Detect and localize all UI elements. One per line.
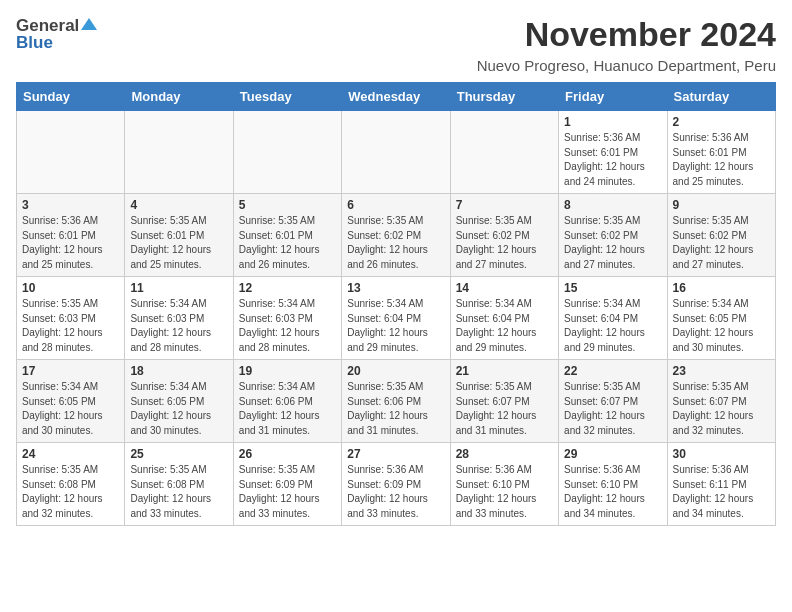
logo: General Blue — [16, 16, 97, 53]
day-number: 29 — [564, 447, 661, 461]
calendar-cell — [125, 111, 233, 194]
day-number: 10 — [22, 281, 119, 295]
calendar-week-row: 17Sunrise: 5:34 AM Sunset: 6:05 PM Dayli… — [17, 360, 776, 443]
day-info: Sunrise: 5:35 AM Sunset: 6:02 PM Dayligh… — [456, 214, 553, 272]
day-number: 18 — [130, 364, 227, 378]
calendar-cell: 6Sunrise: 5:35 AM Sunset: 6:02 PM Daylig… — [342, 194, 450, 277]
day-info: Sunrise: 5:35 AM Sunset: 6:01 PM Dayligh… — [130, 214, 227, 272]
day-number: 9 — [673, 198, 770, 212]
svg-marker-0 — [81, 18, 97, 30]
day-info: Sunrise: 5:35 AM Sunset: 6:02 PM Dayligh… — [673, 214, 770, 272]
day-info: Sunrise: 5:35 AM Sunset: 6:09 PM Dayligh… — [239, 463, 336, 521]
calendar-cell: 4Sunrise: 5:35 AM Sunset: 6:01 PM Daylig… — [125, 194, 233, 277]
day-info: Sunrise: 5:34 AM Sunset: 6:05 PM Dayligh… — [130, 380, 227, 438]
day-number: 5 — [239, 198, 336, 212]
day-info: Sunrise: 5:36 AM Sunset: 6:11 PM Dayligh… — [673, 463, 770, 521]
calendar-cell: 20Sunrise: 5:35 AM Sunset: 6:06 PM Dayli… — [342, 360, 450, 443]
calendar-cell: 22Sunrise: 5:35 AM Sunset: 6:07 PM Dayli… — [559, 360, 667, 443]
day-info: Sunrise: 5:36 AM Sunset: 6:10 PM Dayligh… — [564, 463, 661, 521]
day-number: 2 — [673, 115, 770, 129]
logo-icon — [81, 16, 97, 36]
month-title: November 2024 — [477, 16, 776, 53]
calendar-cell: 19Sunrise: 5:34 AM Sunset: 6:06 PM Dayli… — [233, 360, 341, 443]
calendar-cell: 10Sunrise: 5:35 AM Sunset: 6:03 PM Dayli… — [17, 277, 125, 360]
calendar-cell: 28Sunrise: 5:36 AM Sunset: 6:10 PM Dayli… — [450, 443, 558, 526]
day-info: Sunrise: 5:34 AM Sunset: 6:06 PM Dayligh… — [239, 380, 336, 438]
day-info: Sunrise: 5:34 AM Sunset: 6:03 PM Dayligh… — [239, 297, 336, 355]
calendar-cell — [450, 111, 558, 194]
col-header-thursday: Thursday — [450, 83, 558, 111]
day-number: 27 — [347, 447, 444, 461]
day-info: Sunrise: 5:35 AM Sunset: 6:03 PM Dayligh… — [22, 297, 119, 355]
day-number: 20 — [347, 364, 444, 378]
calendar-cell: 13Sunrise: 5:34 AM Sunset: 6:04 PM Dayli… — [342, 277, 450, 360]
calendar-cell: 16Sunrise: 5:34 AM Sunset: 6:05 PM Dayli… — [667, 277, 775, 360]
col-header-sunday: Sunday — [17, 83, 125, 111]
day-number: 16 — [673, 281, 770, 295]
day-info: Sunrise: 5:35 AM Sunset: 6:06 PM Dayligh… — [347, 380, 444, 438]
calendar-cell: 3Sunrise: 5:36 AM Sunset: 6:01 PM Daylig… — [17, 194, 125, 277]
calendar-cell: 5Sunrise: 5:35 AM Sunset: 6:01 PM Daylig… — [233, 194, 341, 277]
day-number: 19 — [239, 364, 336, 378]
calendar-cell — [342, 111, 450, 194]
day-number: 3 — [22, 198, 119, 212]
day-number: 11 — [130, 281, 227, 295]
day-number: 4 — [130, 198, 227, 212]
calendar-table: SundayMondayTuesdayWednesdayThursdayFrid… — [16, 82, 776, 526]
day-number: 7 — [456, 198, 553, 212]
calendar-cell: 30Sunrise: 5:36 AM Sunset: 6:11 PM Dayli… — [667, 443, 775, 526]
calendar-cell: 26Sunrise: 5:35 AM Sunset: 6:09 PM Dayli… — [233, 443, 341, 526]
calendar-header-row: SundayMondayTuesdayWednesdayThursdayFrid… — [17, 83, 776, 111]
day-info: Sunrise: 5:34 AM Sunset: 6:05 PM Dayligh… — [22, 380, 119, 438]
day-number: 26 — [239, 447, 336, 461]
day-info: Sunrise: 5:35 AM Sunset: 6:08 PM Dayligh… — [22, 463, 119, 521]
calendar-cell: 1Sunrise: 5:36 AM Sunset: 6:01 PM Daylig… — [559, 111, 667, 194]
day-number: 21 — [456, 364, 553, 378]
day-number: 6 — [347, 198, 444, 212]
calendar-cell: 27Sunrise: 5:36 AM Sunset: 6:09 PM Dayli… — [342, 443, 450, 526]
page-header: General Blue November 2024 Nuevo Progres… — [16, 16, 776, 74]
calendar-cell: 15Sunrise: 5:34 AM Sunset: 6:04 PM Dayli… — [559, 277, 667, 360]
calendar-cell: 25Sunrise: 5:35 AM Sunset: 6:08 PM Dayli… — [125, 443, 233, 526]
day-number: 24 — [22, 447, 119, 461]
day-info: Sunrise: 5:36 AM Sunset: 6:01 PM Dayligh… — [673, 131, 770, 189]
calendar-cell: 14Sunrise: 5:34 AM Sunset: 6:04 PM Dayli… — [450, 277, 558, 360]
day-number: 17 — [22, 364, 119, 378]
day-number: 22 — [564, 364, 661, 378]
day-number: 28 — [456, 447, 553, 461]
calendar-cell: 23Sunrise: 5:35 AM Sunset: 6:07 PM Dayli… — [667, 360, 775, 443]
day-number: 23 — [673, 364, 770, 378]
day-info: Sunrise: 5:35 AM Sunset: 6:02 PM Dayligh… — [347, 214, 444, 272]
calendar-cell: 29Sunrise: 5:36 AM Sunset: 6:10 PM Dayli… — [559, 443, 667, 526]
title-block: November 2024 Nuevo Progreso, Huanuco De… — [477, 16, 776, 74]
calendar-cell: 8Sunrise: 5:35 AM Sunset: 6:02 PM Daylig… — [559, 194, 667, 277]
day-info: Sunrise: 5:35 AM Sunset: 6:02 PM Dayligh… — [564, 214, 661, 272]
day-info: Sunrise: 5:35 AM Sunset: 6:07 PM Dayligh… — [673, 380, 770, 438]
day-info: Sunrise: 5:34 AM Sunset: 6:04 PM Dayligh… — [456, 297, 553, 355]
day-number: 14 — [456, 281, 553, 295]
calendar-cell: 17Sunrise: 5:34 AM Sunset: 6:05 PM Dayli… — [17, 360, 125, 443]
calendar-cell: 24Sunrise: 5:35 AM Sunset: 6:08 PM Dayli… — [17, 443, 125, 526]
day-info: Sunrise: 5:35 AM Sunset: 6:08 PM Dayligh… — [130, 463, 227, 521]
day-info: Sunrise: 5:35 AM Sunset: 6:01 PM Dayligh… — [239, 214, 336, 272]
day-number: 12 — [239, 281, 336, 295]
calendar-cell: 2Sunrise: 5:36 AM Sunset: 6:01 PM Daylig… — [667, 111, 775, 194]
logo-blue: Blue — [16, 33, 53, 53]
day-info: Sunrise: 5:35 AM Sunset: 6:07 PM Dayligh… — [564, 380, 661, 438]
calendar-cell — [17, 111, 125, 194]
calendar-week-row: 3Sunrise: 5:36 AM Sunset: 6:01 PM Daylig… — [17, 194, 776, 277]
col-header-wednesday: Wednesday — [342, 83, 450, 111]
location-title: Nuevo Progreso, Huanuco Department, Peru — [477, 57, 776, 74]
day-number: 1 — [564, 115, 661, 129]
day-number: 8 — [564, 198, 661, 212]
day-info: Sunrise: 5:36 AM Sunset: 6:01 PM Dayligh… — [22, 214, 119, 272]
calendar-week-row: 1Sunrise: 5:36 AM Sunset: 6:01 PM Daylig… — [17, 111, 776, 194]
day-info: Sunrise: 5:36 AM Sunset: 6:09 PM Dayligh… — [347, 463, 444, 521]
calendar-cell: 21Sunrise: 5:35 AM Sunset: 6:07 PM Dayli… — [450, 360, 558, 443]
day-info: Sunrise: 5:34 AM Sunset: 6:05 PM Dayligh… — [673, 297, 770, 355]
day-number: 25 — [130, 447, 227, 461]
col-header-tuesday: Tuesday — [233, 83, 341, 111]
day-info: Sunrise: 5:34 AM Sunset: 6:04 PM Dayligh… — [347, 297, 444, 355]
day-info: Sunrise: 5:34 AM Sunset: 6:03 PM Dayligh… — [130, 297, 227, 355]
day-info: Sunrise: 5:36 AM Sunset: 6:01 PM Dayligh… — [564, 131, 661, 189]
